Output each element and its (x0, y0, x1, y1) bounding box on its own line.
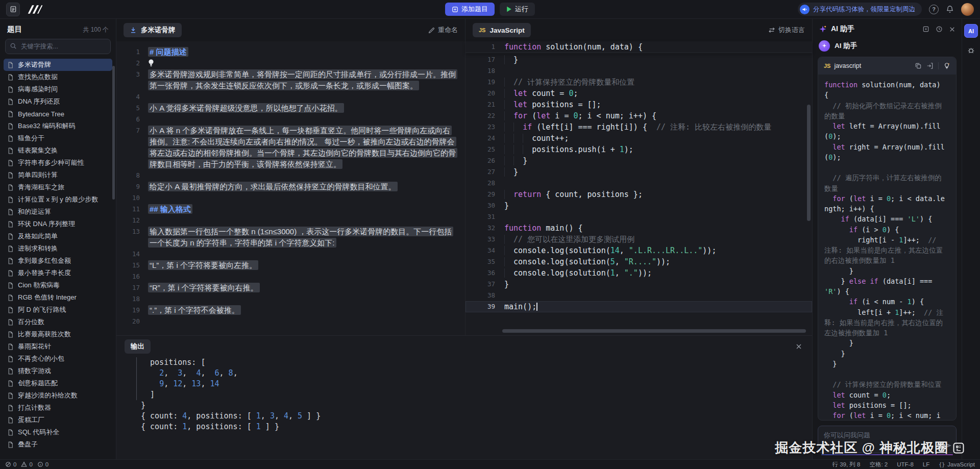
history-icon[interactable] (936, 26, 943, 33)
problem-line[interactable]: 19“.”，第 i 个字符不会被推。 (116, 305, 465, 316)
cursor-position[interactable]: 行 39, 列 8 (832, 461, 860, 468)
problem-line[interactable]: 3多米诺骨牌游戏规则非常简单，将骨牌按一定间距的尺寸排成单行，或分行排成一片。推… (116, 69, 465, 91)
copy-icon[interactable] (915, 62, 922, 69)
problem-line[interactable]: 9给定小 A 最初推骨牌的方向，求出最后依然保持竖立的骨牌数目和位置。 (116, 181, 465, 192)
indent-setting[interactable]: 空格: 2 (869, 461, 888, 468)
user-avatar[interactable] (961, 3, 974, 16)
code-line[interactable]: 35 console.log(solution(5, "R....")); (465, 256, 812, 267)
problem-line[interactable]: 15“L”，第 i 个字符将要被向左推。 (116, 260, 465, 271)
problem-line[interactable]: 20 (116, 316, 465, 327)
sidebar-item[interactable]: 创意标题匹配 (4, 377, 112, 389)
sidebar-item[interactable]: 阿 D 的飞行路线 (4, 304, 112, 316)
code-line[interactable]: 37} (465, 279, 812, 290)
problem-line[interactable]: 16 (116, 271, 465, 282)
sidebar-item[interactable]: 穿越沙漠的补给次数 (4, 389, 112, 402)
problem-line[interactable]: 8 (116, 170, 465, 181)
sidebar-item[interactable]: 链表聚集交换 (4, 144, 112, 157)
code-line[interactable]: 29 return { count, positions }; (465, 189, 812, 200)
help-button[interactable]: ? (929, 5, 939, 14)
sidebar-item[interactable]: 环状 DNA 序列整理 (4, 218, 112, 230)
sidebar-item[interactable]: Base32 编码和解码 (4, 120, 112, 132)
code-line[interactable]: 19 // 计算保持竖立的骨牌数量和位置 (465, 77, 812, 88)
code-line[interactable]: 36 console.log(solution(1, ".")); (465, 267, 812, 279)
sidebar-item[interactable]: 叠盘子 (4, 438, 112, 451)
lightbulb-icon[interactable] (943, 62, 950, 69)
app-logo[interactable] (27, 5, 42, 14)
problem-line[interactable]: 7小 A 将 n 个多米诺骨牌放在一条线上，每一块都垂直竖立。他同时将一些骨牌向… (116, 125, 465, 170)
sidebar-item[interactable]: 百分位数 (4, 316, 112, 328)
run-button[interactable]: 运行 (500, 3, 535, 16)
sidebar-item[interactable]: 计算位置 x 到 y 的最少步数 (4, 193, 112, 206)
sidebar-item[interactable]: 猜数字游戏 (4, 365, 112, 377)
code-line[interactable]: 25 positions.push(i + 1); (465, 144, 812, 155)
ai-rail-button[interactable]: AI (964, 24, 978, 38)
code-line[interactable]: 34 console.log(solution(14, ".L.R...LR..… (465, 245, 812, 256)
code-line[interactable]: 27 } (465, 166, 812, 178)
code-line[interactable]: 33 // 您可以在这里添加更多测试用例 (465, 234, 812, 245)
ask-ai-input[interactable] (818, 426, 956, 453)
problem-line[interactable]: 13输入数据第一行包括一个整数 n (1≤n≤3000) ，表示这一行多米诺骨牌… (116, 226, 465, 249)
insert-code-icon[interactable] (926, 62, 934, 69)
code-line[interactable]: 26 } (465, 155, 812, 166)
problem-line[interactable]: 6 (116, 114, 465, 125)
debug-bug-icon[interactable] (967, 46, 975, 55)
sidebar-item[interactable]: 字符串有多少种可能性 (4, 157, 112, 169)
sidebar-item[interactable]: 简单四则计算 (4, 169, 112, 181)
code-line[interactable]: 30} (465, 200, 812, 211)
language-mode[interactable]: {} JavaScript (939, 461, 975, 467)
sidebar-item[interactable]: 进制求和转换 (4, 242, 112, 255)
close-output-button[interactable] (794, 341, 804, 352)
sidebar-item[interactable]: 和的逆运算 (4, 206, 112, 218)
code-line[interactable]: 18 (465, 65, 812, 77)
problem-tab[interactable]: 多米诺骨牌 (124, 23, 182, 37)
sidebar-item[interactable]: 及格如此简单 (4, 230, 112, 242)
code-line[interactable]: 22 for (let i = 0; i < num; i++) { (465, 110, 812, 121)
code-line[interactable]: 20 let count = 0; (465, 88, 812, 99)
eol-setting[interactable]: LF (923, 461, 929, 467)
sidebar-item[interactable]: 猫鱼分干 (4, 132, 112, 144)
sticky-code-line[interactable]: 1function solution(num, data) { (465, 41, 812, 53)
code-line[interactable]: 32function main() { (465, 223, 812, 234)
output-tab[interactable]: 输出 (125, 339, 151, 354)
code-line[interactable]: 28 (465, 178, 812, 189)
sidebar-item[interactable]: DNA 序列还原 (4, 95, 112, 108)
sidebar-item[interactable]: 多米诺骨牌 (4, 59, 112, 71)
sidebar-item[interactable]: 打点计数器 (4, 402, 112, 414)
problems-warning-count[interactable]: 0 (21, 461, 32, 467)
sidebar-item[interactable]: 病毒感染时间 (4, 83, 112, 95)
sidebar-item[interactable]: SQL 代码补全 (4, 426, 112, 438)
sidebar-item[interactable]: Cion 勒索病毒 (4, 279, 112, 291)
close-assistant-icon[interactable] (949, 26, 955, 33)
problem-line[interactable]: 1# 问题描述 (116, 46, 465, 58)
encoding[interactable]: UTF-8 (897, 461, 914, 467)
problem-line[interactable]: 4 (116, 91, 465, 103)
sidebar-item[interactable]: 比赛最高获胜次数 (4, 328, 112, 340)
problem-line[interactable]: 11## 输入格式 (116, 204, 465, 215)
bell-icon[interactable] (946, 5, 954, 13)
send-icon[interactable] (944, 441, 952, 450)
editor-vertical-scrollbar[interactable] (807, 105, 811, 221)
search-input[interactable] (5, 39, 111, 54)
sticky-code-line[interactable]: 1function solution(num, data) { (465, 41, 812, 53)
promo-banner[interactable]: 分享代码练习体验，领限量定制周边 (798, 3, 922, 16)
code-line[interactable]: 23 if (left[i] === right[i]) { // 注释: 比较… (465, 121, 812, 133)
sidebar-item[interactable]: 最小替换子串长度 (4, 267, 112, 279)
problem-line[interactable]: 2 (116, 58, 465, 69)
sidebar-scrollbar[interactable] (112, 66, 115, 200)
code-line[interactable]: 24 count++; (465, 133, 812, 144)
code-line[interactable]: 21 let positions = []; (465, 99, 812, 110)
sidebar-item[interactable]: 暴雨梨花针 (4, 340, 112, 353)
sidebar-item[interactable]: 拿到最多红包金额 (4, 255, 112, 267)
sidebar-item[interactable]: 蛋糕工厂 (4, 414, 112, 426)
sidebar-item[interactable]: RGB 色值转 Integer (4, 291, 112, 304)
sidebar-item[interactable]: 青海湖租车之旅 (4, 181, 112, 193)
rename-button[interactable]: 重命名 (428, 26, 458, 35)
switch-language-button[interactable]: 切换语言 (768, 26, 805, 35)
editor-horizontal-scrollbar[interactable] (502, 329, 806, 333)
problem-line[interactable]: 17“R”，第 i 个字符将要被向右推。 (116, 282, 465, 293)
problem-line[interactable]: 14 (116, 249, 465, 260)
problem-line[interactable]: 18 (116, 293, 465, 305)
sidebar-item[interactable]: Bytedance Tree (4, 108, 112, 120)
workspace-menu-button[interactable] (6, 3, 20, 16)
add-problem-button[interactable]: 添加题目 (445, 3, 495, 16)
